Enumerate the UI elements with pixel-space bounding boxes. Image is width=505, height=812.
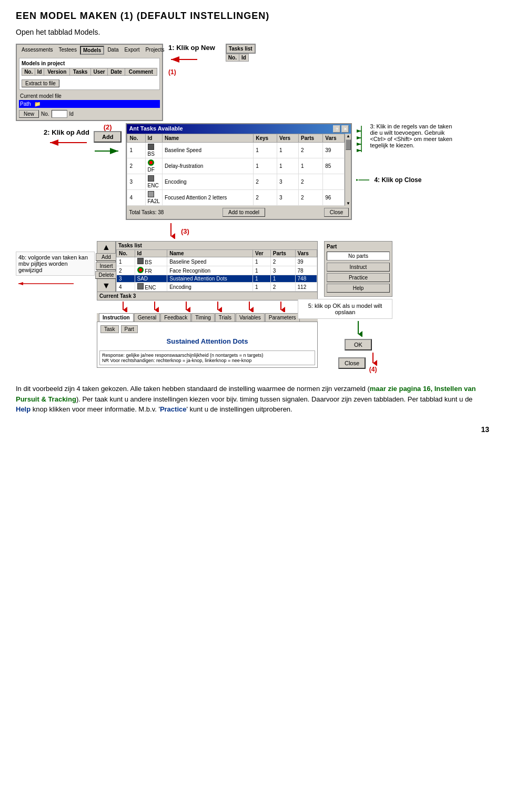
tab-timing[interactable]: Timing xyxy=(191,313,215,322)
annotation3-arrow xyxy=(163,223,179,239)
avail-th-no: No. xyxy=(127,134,145,143)
tasks-list-sidebar: ▲ Add Insert Delete ▼ xyxy=(97,241,116,292)
practice-btn[interactable]: Practice xyxy=(327,273,390,282)
highlight-pursuit: maar zie pagina 16, Instellen van Pursui… xyxy=(16,385,476,403)
tl-row-1[interactable]: 1 BS Baseline Speed 1 2 39 xyxy=(117,257,317,266)
avail-row-4[interactable]: 4 FA2L Focused Attention 2 letters 2 3 2… xyxy=(127,190,345,206)
add-button[interactable]: Add xyxy=(94,131,122,143)
no-parts-display: No parts xyxy=(327,252,390,260)
tab-trials[interactable]: Trials xyxy=(215,313,235,322)
step2-arrow xyxy=(47,136,89,149)
tasks-avail-footer: Total Tasks: 38 Add to model Close xyxy=(127,206,351,219)
menu-assessments[interactable]: Assessments xyxy=(19,46,55,55)
arrow-down-icon[interactable]: ▼ xyxy=(102,281,110,290)
win-btn-question[interactable]: ? xyxy=(333,125,340,133)
path-bar: Path 📁 xyxy=(19,100,160,108)
tab-content: Task Part Sustained Attention Dots Respo… xyxy=(97,322,318,368)
tl-th-parts: Parts xyxy=(270,250,295,257)
menu-projects[interactable]: Projects xyxy=(143,46,167,55)
menu-export[interactable]: Export xyxy=(122,46,143,55)
tl-r1-vars: 39 xyxy=(295,257,317,266)
menu-testees[interactable]: Testees xyxy=(56,46,79,55)
tasks-list-header: Tasks list xyxy=(226,44,256,54)
tl-th-id: Id xyxy=(135,250,167,257)
avail-r3-vars xyxy=(323,174,345,190)
avail-r3-vers: 3 xyxy=(277,174,299,190)
avail-row-1[interactable]: 1 BS Baseline Speed 1 1 2 39 xyxy=(127,143,345,158)
tasks-list-table-container: Tasks list No. Id Name Ver Parts V xyxy=(116,241,318,292)
scroll-down[interactable]: ▼ xyxy=(346,201,350,206)
avail-r4-name: Focused Attention 2 letters xyxy=(162,190,253,206)
col-no: No. xyxy=(22,68,35,76)
tab-general[interactable]: General xyxy=(134,313,160,322)
scrollbar[interactable]: ▲ ▼ xyxy=(345,134,351,206)
col-id: Id xyxy=(35,68,44,76)
tl-th-name: Name xyxy=(167,250,253,257)
avail-r3-no: 3 xyxy=(127,174,145,190)
tl-th-ver: Ver xyxy=(253,250,271,257)
annotation3-label: (3) xyxy=(181,227,189,235)
avail-r2-no: 2 xyxy=(127,158,145,174)
red-arrows-svg xyxy=(102,302,312,312)
no-label: No. xyxy=(41,111,49,117)
avail-r1-id: BS xyxy=(145,143,162,158)
win-btn-close[interactable]: ✕ xyxy=(341,125,349,133)
extract-btn[interactable]: Extract to file xyxy=(22,79,59,87)
path-icon[interactable]: 📁 xyxy=(34,101,41,107)
avail-th-parts: Parts xyxy=(299,134,323,143)
page-title: EEN MODEL MAKEN (1) (DEFAULT INSTELLINGE… xyxy=(16,11,489,22)
part-panel: Part No parts Instruct Practice Help xyxy=(324,241,392,297)
scroll-up[interactable]: ▲ xyxy=(346,134,350,138)
add-to-model-btn[interactable]: Add to model xyxy=(223,208,265,217)
new-row: New No. Id xyxy=(19,110,160,118)
avail-row-3[interactable]: 3 ENC Encoding 2 3 2 xyxy=(127,174,345,190)
scroll-thumb[interactable] xyxy=(346,139,351,150)
step4-annotation: 4: Klik op Close xyxy=(356,175,454,185)
step2-label: 2: Klik op Add xyxy=(44,128,89,136)
add-task-btn[interactable]: Add xyxy=(96,253,117,261)
avail-r3-id: ENC xyxy=(145,174,162,190)
tl-th-no: No. xyxy=(117,250,135,257)
close-bottom-btn[interactable]: Close xyxy=(338,357,366,369)
page-container: EEN MODEL MAKEN (1) (DEFAULT INSTELLINGE… xyxy=(16,11,489,434)
delete-task-btn[interactable]: Delete xyxy=(95,271,118,279)
response-line2: NR Voor rechtshandigen: rechterknop = ja… xyxy=(102,358,312,363)
step4b-arrows xyxy=(16,276,79,292)
add-to-tasks-arrow xyxy=(95,145,121,158)
close-avail-btn[interactable]: Close xyxy=(324,208,349,217)
subtab-part[interactable]: Part xyxy=(121,325,138,333)
tab-variables[interactable]: Variables xyxy=(236,313,265,322)
instruct-btn[interactable]: Instruct xyxy=(327,263,390,272)
avail-r2-parts: 1 xyxy=(299,158,323,174)
step4b-label: 4b: volgorde van taken kan mbv pijltjes … xyxy=(18,254,88,273)
avail-row-2[interactable]: 2 DF Delay-frustration 1 1 1 85 xyxy=(127,158,345,174)
tl-row-2[interactable]: 2 FR Face Recognition 1 3 78 xyxy=(117,266,317,275)
annotation-1: (1) xyxy=(168,68,215,76)
step1-label: 1: Klik op New xyxy=(168,44,215,52)
ok-button[interactable]: OK xyxy=(345,339,372,350)
tl-r1-id: BS xyxy=(135,257,167,266)
subtab-task[interactable]: Task xyxy=(100,325,119,333)
col-comment: Comment xyxy=(125,68,157,76)
id-field[interactable] xyxy=(52,110,67,118)
menu-models[interactable]: Models xyxy=(80,46,104,55)
step1-annotation: 1: Klik op New (1) xyxy=(168,44,215,80)
new-button[interactable]: New xyxy=(19,110,39,118)
tl-r1-ver: 1 xyxy=(253,257,271,266)
step5-area: 5: klik op OK als u model wilt opslaan xyxy=(298,299,392,319)
arrow-up-icon[interactable]: ▲ xyxy=(102,243,110,252)
tab-feedback[interactable]: Feedback xyxy=(160,313,191,322)
help-btn[interactable]: Help xyxy=(327,284,390,293)
annotation-2-label: (2) xyxy=(104,123,112,131)
menu-data[interactable]: Data xyxy=(105,46,121,55)
green-arrows xyxy=(356,123,367,155)
tab-instruction[interactable]: Instruction xyxy=(99,313,134,322)
id-label: Id xyxy=(69,111,74,117)
tl-r2-parts: 3 xyxy=(270,266,295,275)
insert-task-btn[interactable]: Insert xyxy=(96,262,117,270)
tl-row-4[interactable]: 4 ENC Encoding 1 2 112 xyxy=(117,283,317,292)
total-tasks-label: Total Tasks: 38 xyxy=(129,209,164,215)
tl-th-vars: Vars xyxy=(295,250,317,257)
tl-row-3[interactable]: 3 SAD Sustained Attention Dots 1 1 748 xyxy=(117,275,317,283)
tab-parameters[interactable]: Parameters xyxy=(265,313,300,322)
